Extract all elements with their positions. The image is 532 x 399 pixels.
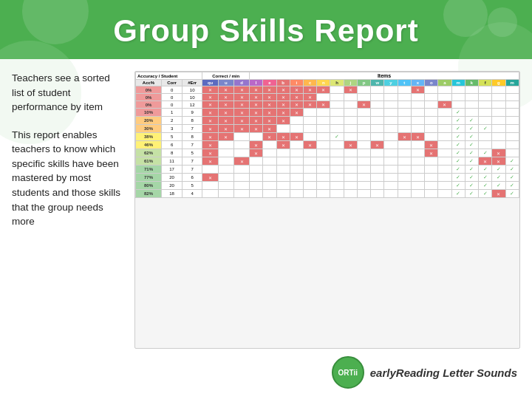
item-cell: ✕ — [276, 109, 290, 117]
item-cell: ✕ — [263, 94, 276, 101]
err-cell: 7 — [183, 141, 202, 149]
item-cell — [330, 182, 344, 190]
err-cell: 6 — [183, 174, 202, 182]
item-cell: ✕ — [371, 141, 384, 149]
item-cell — [330, 101, 344, 109]
item-cell — [202, 166, 219, 174]
item-cell: ✓ — [479, 149, 492, 157]
item-cell — [357, 166, 370, 174]
item-cell — [357, 117, 370, 125]
item-cell — [411, 190, 424, 198]
item-cell — [384, 125, 398, 133]
text-block-1: Teachers see a sorted list of student pe… — [12, 71, 121, 115]
item-cell — [250, 166, 263, 174]
item-cell — [411, 125, 424, 133]
item-cell — [411, 101, 424, 109]
item-cell: ✓ — [451, 157, 465, 166]
item-cell: ✕ — [218, 86, 233, 94]
item-cell — [344, 166, 357, 174]
item-cell — [330, 149, 344, 157]
content-area: Teachers see a sorted list of student pe… — [0, 59, 532, 398]
item-cell: ✕ — [263, 109, 276, 117]
err-cell: 5 — [183, 182, 202, 190]
item-cell: ✓ — [465, 182, 478, 190]
footer-area: ORTii earlyReading Letter Sounds — [134, 355, 520, 390]
item-cell — [357, 190, 370, 198]
pct-cell: 71% — [136, 166, 162, 174]
th-j: j — [344, 80, 357, 86]
item-cell — [371, 109, 384, 117]
item-cell: ✕ — [202, 117, 219, 125]
item-cell — [344, 125, 357, 133]
item-cell: ✕ — [202, 101, 219, 109]
item-cell — [465, 109, 478, 117]
table-row: 82%184✓✓✓✕✓ — [136, 190, 519, 198]
report-table-container: Accuracy / Student Correct / min Items A… — [134, 71, 520, 349]
item-cell — [263, 190, 276, 198]
item-cell — [371, 190, 384, 198]
item-cell — [505, 101, 519, 109]
product-label-container: earlyReading Letter Sounds — [370, 366, 517, 379]
item-cell — [202, 190, 219, 198]
pct-cell: 0% — [136, 94, 162, 101]
th-acc: Acc% — [136, 80, 162, 86]
item-cell: ✓ — [479, 166, 492, 174]
item-cell: ✕ — [202, 133, 219, 141]
pct-cell: 20% — [136, 117, 162, 125]
item-cell — [398, 86, 411, 94]
item-cell — [330, 157, 344, 166]
item-cell — [218, 182, 233, 190]
item-cell — [304, 182, 317, 190]
item-cell — [438, 174, 451, 182]
pct-cell: 80% — [136, 182, 162, 190]
th-w: w — [371, 80, 384, 86]
item-cell — [330, 174, 344, 182]
col-correct-min: Correct / min — [202, 72, 250, 80]
item-cell — [505, 149, 519, 157]
item-cell — [276, 174, 290, 182]
item-cell: ✓ — [465, 174, 478, 182]
item-cell — [465, 94, 478, 101]
item-cell — [344, 117, 357, 125]
table-row: 38%58✕✕✕✕✕✓✕✕✓✓ — [136, 133, 519, 141]
item-cell: ✕ — [202, 141, 219, 149]
item-cell — [505, 141, 519, 149]
slide-title: Group Skills Report — [0, 13, 532, 49]
item-cell: ✕ — [202, 86, 219, 94]
item-cell: ✕ — [250, 86, 263, 94]
item-cell — [384, 109, 398, 117]
item-cell — [371, 94, 384, 101]
item-cell — [371, 133, 384, 141]
item-cell: ✕ — [218, 125, 233, 133]
item-cell — [451, 94, 465, 101]
item-cell — [344, 174, 357, 182]
logo-area: ORTii earlyReading Letter Sounds — [332, 356, 517, 389]
th-corr: Corr — [162, 80, 183, 86]
item-cell: ✕ — [233, 125, 249, 133]
item-cell: ✓ — [505, 190, 519, 198]
item-cell: ✓ — [505, 166, 519, 174]
item-cell — [505, 94, 519, 101]
item-cell: ✕ — [233, 101, 249, 109]
item-cell — [371, 86, 384, 94]
item-cell: ✓ — [479, 174, 492, 182]
item-cell — [218, 157, 233, 166]
item-cell — [411, 141, 424, 149]
item-cell: ✕ — [202, 149, 219, 157]
table-body: 0%010✕✕✕✕✕✕✕✕✕✕✕0%010✕✕✕✕✕✕✕✕0%012✕✕✕✕✕✕… — [136, 86, 519, 198]
item-cell — [425, 86, 438, 94]
item-cell — [330, 86, 344, 94]
err-cell: 4 — [183, 190, 202, 198]
item-cell: ✓ — [451, 174, 465, 182]
item-cell: ✓ — [505, 182, 519, 190]
item-cell — [398, 174, 411, 182]
item-cell: ✕ — [276, 101, 290, 109]
item-cell: ✓ — [479, 182, 492, 190]
item-cell — [344, 109, 357, 117]
item-cell — [492, 125, 505, 133]
item-cell — [411, 182, 424, 190]
item-cell — [304, 166, 317, 174]
item-cell: ✕ — [425, 141, 438, 149]
item-cell — [438, 117, 451, 125]
item-cell: ✕ — [357, 101, 370, 109]
